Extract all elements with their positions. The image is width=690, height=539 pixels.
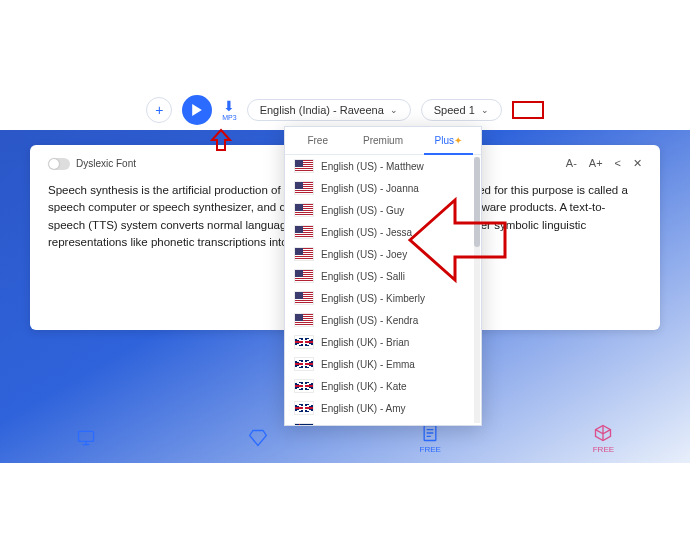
voice-option-label: English (US) - Joey: [321, 249, 407, 260]
voice-option[interactable]: English (Australia) - Russell: [285, 419, 481, 425]
voice-selector-label: English (India) - Raveena: [260, 104, 384, 116]
flag-us-icon: [295, 314, 313, 326]
voice-option[interactable]: English (US) - Matthew: [285, 155, 481, 177]
add-button[interactable]: +: [146, 97, 172, 123]
voice-option[interactable]: English (US) - Kendra: [285, 309, 481, 331]
chevron-down-icon: ⌄: [390, 105, 398, 115]
annotation-arrow-up: [210, 128, 232, 152]
free-label-1: FREE: [420, 445, 441, 454]
speed-selector-label: Speed 1: [434, 104, 475, 116]
flag-uk-icon: [295, 380, 313, 392]
speed-selector[interactable]: Speed 1 ⌄: [421, 99, 502, 121]
share-icon[interactable]: <: [615, 157, 621, 170]
voice-option-label: English (UK) - Kate: [321, 381, 407, 392]
free-label-2: FREE: [593, 445, 614, 454]
diamond-icon: [248, 428, 268, 448]
toolbar: + ⬇ MP3 English (India) - Raveena ⌄ Spee…: [0, 95, 690, 125]
box-icon: [593, 423, 613, 443]
font-decrease-button[interactable]: A-: [566, 157, 577, 170]
voice-option-label: English (UK) - Amy: [321, 403, 405, 414]
flag-us-icon: [295, 292, 313, 304]
svg-rect-0: [78, 431, 93, 441]
voice-option-label: English (UK) - Emma: [321, 359, 415, 370]
voice-option-label: English (Australia) - Russell: [321, 425, 444, 426]
download-button[interactable]: ⬇ MP3: [222, 99, 236, 121]
font-increase-button[interactable]: A+: [589, 157, 603, 170]
voice-option[interactable]: English (UK) - Emma: [285, 353, 481, 375]
tab-plus[interactable]: Plus✦: [416, 127, 481, 154]
plus-icon: +: [155, 102, 163, 118]
flag-us-icon: [295, 160, 313, 172]
flag-us-icon: [295, 226, 313, 238]
flag-us-icon: [295, 270, 313, 282]
tab-free[interactable]: Free: [285, 127, 350, 154]
voice-option[interactable]: English (UK) - Brian: [285, 331, 481, 353]
chevron-down-icon: ⌄: [481, 105, 489, 115]
tab-premium[interactable]: Premium: [350, 127, 415, 154]
monitor-icon: [76, 428, 96, 448]
voice-selector[interactable]: English (India) - Raveena ⌄: [247, 99, 411, 121]
feature-premium[interactable]: [248, 428, 268, 448]
feature-desktop[interactable]: [76, 428, 96, 448]
voice-dropdown-tabs: Free Premium Plus✦: [285, 127, 481, 155]
voice-option-label: English (US) - Salli: [321, 271, 405, 282]
annotation-highlight-box: [512, 101, 544, 119]
card-tools: A- A+ < ✕: [566, 157, 642, 170]
play-button[interactable]: [182, 95, 212, 125]
flag-uk-icon: [295, 336, 313, 348]
voice-option[interactable]: English (UK) - Amy: [285, 397, 481, 419]
voice-option-label: English (US) - Jessa: [321, 227, 412, 238]
dyslexic-font-toggle[interactable]: Dyslexic Font: [48, 158, 136, 170]
annotation-arrow-left: [400, 180, 520, 300]
flag-uk-icon: [295, 402, 313, 414]
voice-option-label: English (UK) - Brian: [321, 337, 409, 348]
voice-option[interactable]: English (UK) - Kate: [285, 375, 481, 397]
sparkle-icon: ✦: [454, 135, 462, 146]
feature-free-2[interactable]: FREE: [593, 423, 614, 454]
feature-free-1[interactable]: FREE: [420, 423, 441, 454]
play-icon: [191, 104, 203, 116]
flag-us-icon: [295, 248, 313, 260]
toggle-pill: [48, 158, 70, 170]
flag-us-icon: [295, 182, 313, 194]
flag-uk-icon: [295, 358, 313, 370]
download-label: MP3: [222, 114, 236, 121]
download-icon: ⬇: [223, 99, 235, 113]
voice-option-label: English (US) - Guy: [321, 205, 404, 216]
tab-plus-label: Plus: [435, 135, 454, 146]
close-icon[interactable]: ✕: [633, 157, 642, 170]
flag-us-icon: [295, 204, 313, 216]
voice-option-label: English (US) - Kendra: [321, 315, 418, 326]
dyslexic-font-label: Dyslexic Font: [76, 158, 136, 169]
flag-au-icon: [295, 424, 313, 425]
voice-option-label: English (US) - Matthew: [321, 161, 424, 172]
